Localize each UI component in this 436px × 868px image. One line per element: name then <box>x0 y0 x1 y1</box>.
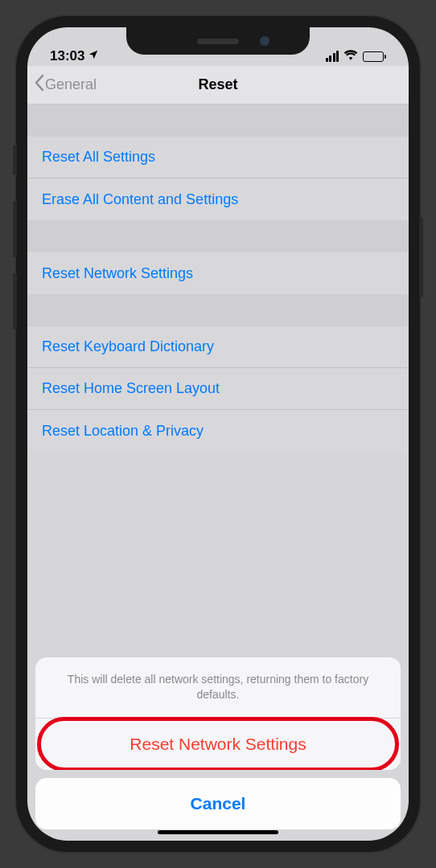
cancel-button[interactable]: Cancel <box>35 778 401 829</box>
home-indicator[interactable] <box>158 830 278 834</box>
action-sheet: This will delete all network settings, r… <box>27 27 409 841</box>
power-button <box>419 217 423 297</box>
front-camera <box>260 36 269 46</box>
button-label: Reset Network Settings <box>130 735 306 754</box>
button-label: Cancel <box>191 794 246 813</box>
mute-switch <box>13 145 17 175</box>
action-sheet-group: This will delete all network settings, r… <box>35 657 401 770</box>
screen: 13:03 Genera <box>27 27 409 841</box>
volume-down-button <box>13 273 17 330</box>
volume-up-button <box>13 201 17 257</box>
earpiece-speaker <box>197 39 239 44</box>
reset-network-settings-confirm-button[interactable]: Reset Network Settings <box>35 719 401 770</box>
phone-frame: 13:03 Genera <box>16 16 420 852</box>
notch <box>126 27 310 55</box>
action-sheet-message: This will delete all network settings, r… <box>35 657 401 719</box>
